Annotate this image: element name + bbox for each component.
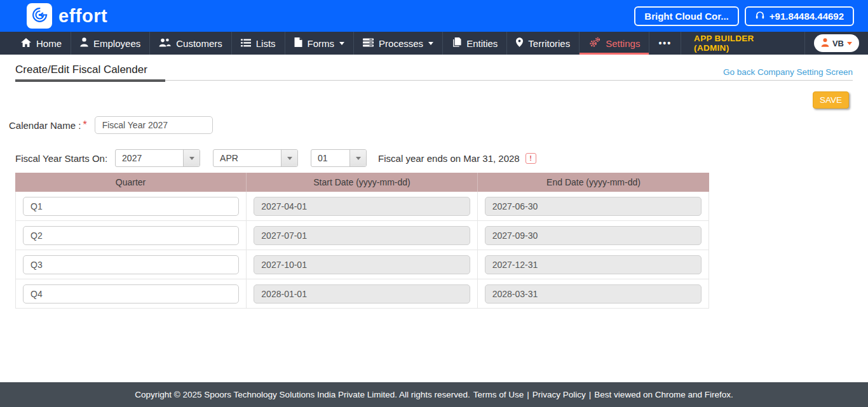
nav-label: Settings xyxy=(606,38,640,49)
chevron-down-icon xyxy=(189,157,194,160)
fiscal-year-dropdown[interactable]: 2027 xyxy=(115,149,200,167)
fiscal-day-dropdown[interactable]: 01 xyxy=(311,149,367,167)
user-initials: VB xyxy=(832,39,844,48)
quarter-name-input[interactable] xyxy=(23,284,239,304)
nav-item-settings[interactable]: Settings xyxy=(580,32,649,55)
calendar-name-label: Calendar Name : xyxy=(9,120,81,131)
quarter-name-input[interactable] xyxy=(23,197,239,216)
nav-item-customers[interactable]: Customers xyxy=(150,32,232,55)
app-logo-text: effort xyxy=(58,6,107,27)
copyright-text: Copyright © 2025 Spoors Technology Solut… xyxy=(135,390,470,399)
nav-label: Employees xyxy=(93,38,140,49)
page-header: Create/Edit Fiscal Calender Go back Comp… xyxy=(15,63,853,81)
nav-label: Territories xyxy=(528,38,570,49)
fiscal-month-value: APR xyxy=(214,150,281,166)
warning-icon[interactable]: ! xyxy=(526,153,536,164)
chevron-down-icon xyxy=(287,157,292,160)
app-builder-role-label: APP BUILDER (ADMIN) xyxy=(681,34,804,53)
main-navbar: Home Employees Customers Lists xyxy=(0,32,868,55)
privacy-policy-link[interactable]: Privacy Policy xyxy=(532,390,586,399)
headset-icon xyxy=(755,10,765,22)
quarter-name-input[interactable] xyxy=(23,255,239,274)
nav-label: Processes xyxy=(379,38,423,49)
settings-gears-icon xyxy=(588,37,600,50)
dropdown-caret-button xyxy=(281,150,297,166)
employee-icon xyxy=(80,37,88,49)
nav-item-forms[interactable]: Forms xyxy=(285,32,355,55)
page-footer: Copyright © 2025 Spoors Technology Solut… xyxy=(0,382,868,407)
column-header-quarter: Quarter xyxy=(15,173,247,192)
nav-more-menu[interactable]: ••• xyxy=(649,32,681,55)
company-button[interactable]: Bright Cloud Cor... xyxy=(634,6,739,26)
nav-item-territories[interactable]: Territories xyxy=(507,32,580,55)
footer-separator: | xyxy=(527,390,529,399)
nav-item-home[interactable]: Home xyxy=(11,32,71,55)
territories-icon xyxy=(516,37,523,49)
start-date-field: 2028-01-01 xyxy=(254,284,470,304)
table-row: 2028-01-01 2028-03-31 xyxy=(16,279,709,309)
end-date-field: 2027-06-30 xyxy=(485,197,702,216)
chevron-down-icon xyxy=(847,42,852,45)
user-avatar-icon xyxy=(821,38,829,49)
fiscal-day-value: 01 xyxy=(311,150,349,166)
customers-icon xyxy=(159,37,171,49)
table-row: 2027-07-01 2027-09-30 xyxy=(16,221,709,250)
table-body: 2027-04-01 2027-06-30 2027-07-01 2027-09… xyxy=(15,192,709,309)
table-row: 2027-04-01 2027-06-30 xyxy=(16,192,709,221)
table-row: 2027-10-01 2027-12-31 xyxy=(16,250,709,279)
fiscal-quarters-table: Quarter Start Date (yyyy-mm-dd) End Date… xyxy=(15,173,709,309)
nav-label: Forms xyxy=(308,38,335,49)
fiscal-year-value: 2027 xyxy=(116,150,183,166)
end-date-field: 2028-03-31 xyxy=(485,284,702,304)
calendar-name-row: Calendar Name : * xyxy=(9,116,853,134)
chevron-down-icon xyxy=(339,42,344,45)
nav-label: Lists xyxy=(256,38,276,49)
dropdown-caret-button xyxy=(349,150,366,166)
start-date-field: 2027-07-01 xyxy=(254,226,470,245)
column-header-end-date: End Date (yyyy-mm-dd) xyxy=(478,173,709,192)
home-icon xyxy=(21,38,31,49)
lists-icon xyxy=(241,38,251,49)
fiscal-start-label: Fiscal Year Starts On: xyxy=(15,153,107,164)
phone-number-label: +91.84484.44692 xyxy=(770,11,844,22)
nav-label: Entities xyxy=(466,38,498,49)
page-title: Create/Edit Fiscal Calender xyxy=(15,63,147,80)
go-back-link[interactable]: Go back Company Setting Screen xyxy=(723,67,853,80)
effort-logo[interactable] xyxy=(27,3,52,29)
quarter-name-input[interactable] xyxy=(23,226,239,245)
forms-icon xyxy=(294,37,302,49)
table-header-row: Quarter Start Date (yyyy-mm-dd) End Date… xyxy=(15,173,709,192)
nav-item-processes[interactable]: Processes xyxy=(354,32,443,55)
fiscal-year-ends-text: Fiscal year ends on Mar 31, 2028 xyxy=(378,153,520,164)
end-date-field: 2027-09-30 xyxy=(485,226,702,245)
chevron-down-icon xyxy=(428,42,433,45)
fiscal-start-row: Fiscal Year Starts On: 2027 APR 01 Fisca… xyxy=(15,149,853,167)
nav-label: Customers xyxy=(176,38,222,49)
footer-separator: | xyxy=(589,390,592,399)
user-menu-button[interactable]: VB xyxy=(814,34,859,52)
nav-item-entities[interactable]: Entities xyxy=(443,32,507,55)
company-button-label: Bright Cloud Cor... xyxy=(644,11,729,22)
nav-label: Home xyxy=(36,38,62,49)
ellipsis-icon: ••• xyxy=(658,38,672,48)
effort-logo-icon xyxy=(31,6,48,26)
calendar-name-input[interactable] xyxy=(95,116,213,134)
fiscal-month-dropdown[interactable]: APR xyxy=(213,149,298,167)
entities-icon xyxy=(452,37,461,49)
best-viewed-text: Best viewed on Chrome and Firefox. xyxy=(594,390,733,399)
dropdown-caret-button xyxy=(183,150,200,166)
start-date-field: 2027-04-01 xyxy=(254,197,470,216)
nav-item-lists[interactable]: Lists xyxy=(232,32,285,55)
column-header-start-date: Start Date (yyyy-mm-dd) xyxy=(247,173,478,192)
main-content: Create/Edit Fiscal Calender Go back Comp… xyxy=(0,63,868,309)
phone-support-button[interactable]: +91.84484.44692 xyxy=(745,6,854,26)
required-asterisk: * xyxy=(83,119,86,131)
terms-of-use-link[interactable]: Terms of Use xyxy=(473,390,524,399)
nav-item-employees[interactable]: Employees xyxy=(71,32,150,55)
save-button[interactable]: SAVE xyxy=(813,91,849,109)
start-date-field: 2027-10-01 xyxy=(254,255,470,274)
processes-icon xyxy=(363,38,374,49)
top-header: effort Bright Cloud Cor... +91.84484.446… xyxy=(0,0,868,32)
end-date-field: 2027-12-31 xyxy=(485,255,702,274)
chevron-down-icon xyxy=(356,157,361,160)
